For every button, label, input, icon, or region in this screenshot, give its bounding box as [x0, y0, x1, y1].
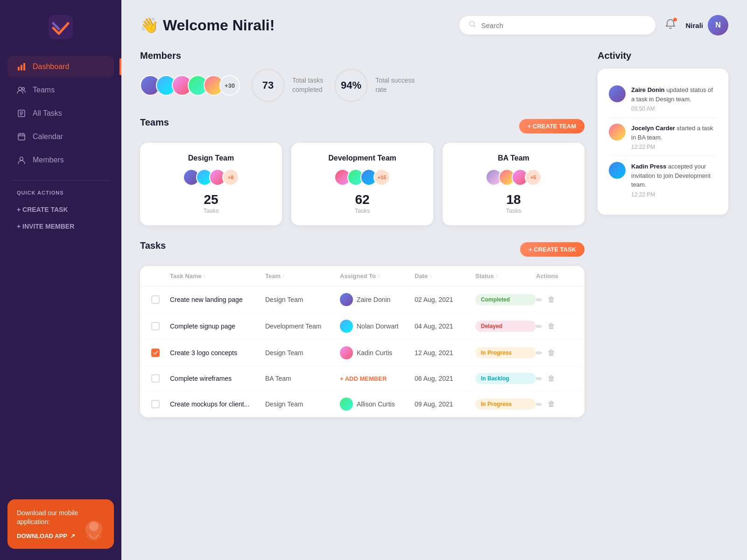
edit-icon[interactable]: ✏ — [536, 374, 542, 383]
table-row: Create mockups for client... Design Team… — [140, 391, 585, 417]
team-avatar-more: +8 — [222, 169, 239, 186]
edit-icon[interactable]: ✏ — [536, 400, 542, 409]
task-name-1: Create new landing page — [170, 296, 265, 303]
search-input[interactable] — [481, 21, 646, 29]
svg-rect-1 — [18, 67, 20, 70]
bar-chart-icon — [17, 62, 26, 71]
table-row: Complete signup page Development Team No… — [140, 313, 585, 340]
svg-point-10 — [89, 522, 99, 531]
delete-icon[interactable]: 🗑 — [548, 349, 555, 357]
task-team-5: Design Team — [265, 400, 340, 408]
create-task-button[interactable]: + CREATE TASK — [520, 242, 585, 257]
member-avatar-more: +30 — [219, 75, 240, 96]
delete-icon[interactable]: 🗑 — [548, 400, 555, 408]
sidebar-item-label: Calendar — [33, 133, 63, 141]
task-team-4: BA Team — [265, 375, 340, 382]
create-task-quick-action[interactable]: + CREATE TASK — [0, 201, 121, 218]
task-date-5: 09 Aug, 2021 — [415, 400, 475, 408]
status-badge-3: In Progress — [475, 347, 536, 358]
sidebar-item-label: Teams — [33, 86, 55, 94]
activity-text-3: Kadin Press accepted your invitation to … — [631, 162, 717, 189]
sort-icon: ↕ — [430, 273, 432, 279]
assignee-avatar-2 — [340, 320, 353, 333]
task-checkbox-5[interactable] — [151, 400, 160, 408]
edit-icon[interactable]: ✏ — [536, 349, 542, 357]
team-card-ba[interactable]: BA Team +5 18 Tasks — [443, 143, 585, 225]
user-info[interactable]: Nirali N — [685, 15, 728, 35]
column-assignee[interactable]: Assigned To ↕ — [340, 273, 415, 280]
search-icon — [469, 21, 476, 30]
task-team-1: Design Team — [265, 296, 340, 303]
member-avatars: +30 — [140, 75, 240, 96]
activity-item-1: Zaire Donin updated status of a task in … — [609, 80, 717, 118]
add-member-button[interactable]: + ADD MEMBER — [340, 375, 415, 382]
success-rate-stat: 94% Total successrate — [334, 69, 415, 102]
edit-icon[interactable]: ✏ — [536, 322, 542, 331]
success-rate-label: Total successrate — [375, 76, 415, 94]
delete-icon[interactable]: 🗑 — [548, 322, 555, 330]
sidebar-item-alltasks[interactable]: All Tasks — [7, 103, 114, 124]
user-avatar: N — [708, 15, 728, 35]
status-badge-5: In Progress — [475, 399, 536, 410]
svg-point-5 — [22, 88, 25, 90]
svg-point-8 — [20, 157, 23, 161]
team-card-development[interactable]: Development Team +15 62 Tasks — [291, 143, 433, 225]
activity-content-1: Zaire Donin updated status of a task in … — [631, 85, 717, 112]
task-checkbox-1[interactable] — [151, 295, 160, 304]
activity-content-3: Kadin Press accepted your invitation to … — [631, 162, 717, 198]
table-row: Create new landing page Design Team Zair… — [140, 287, 585, 313]
sidebar-item-label: All Tasks — [33, 109, 62, 118]
team-card-design[interactable]: Design Team +8 25 Tasks — [140, 143, 282, 225]
team-name: BA Team — [452, 154, 575, 162]
create-team-button[interactable]: + CREATE TEAM — [519, 119, 585, 133]
activity-section-title: Activity — [598, 50, 728, 61]
invite-member-quick-action[interactable]: + INVITE MEMBER — [0, 218, 121, 235]
delete-icon[interactable]: 🗑 — [548, 374, 555, 383]
table-row: Complete wireframes BA Team + ADD MEMBER… — [140, 366, 585, 391]
column-team[interactable]: Team ↕ — [265, 273, 340, 280]
notification-dot — [673, 18, 677, 21]
sidebar-item-dashboard[interactable]: Dashboard — [7, 56, 114, 77]
task-actions-2: ✏ 🗑 — [536, 322, 573, 331]
sidebar-item-label: Dashboard — [33, 63, 69, 71]
assignee-avatar-1 — [340, 293, 353, 306]
column-status[interactable]: Status ↕ — [475, 273, 536, 280]
activity-content-2: Jocelyn Carder started a task in BA team… — [631, 124, 717, 150]
teams-section-title: Teams — [140, 117, 169, 128]
task-assignee-1: Zaire Donin — [340, 293, 415, 306]
sidebar-item-teams[interactable]: Teams — [7, 79, 114, 101]
search-bar[interactable] — [459, 16, 655, 35]
members-icon — [17, 155, 26, 165]
svg-rect-7 — [18, 134, 25, 140]
tasks-section-title: Tasks — [140, 240, 166, 251]
table-header: Task Name ↕ Team ↕ Assigned To ↕ Date ↕ — [140, 266, 585, 287]
column-date[interactable]: Date ↕ — [415, 273, 475, 280]
task-date-4: 06 Aug, 2021 — [415, 375, 475, 382]
column-task-name[interactable]: Task Name ↕ — [170, 273, 265, 280]
activity-item-2: Jocelyn Carder started a task in BA team… — [609, 118, 717, 156]
svg-rect-3 — [23, 63, 25, 70]
sidebar-item-members[interactable]: Members — [7, 149, 114, 171]
sort-icon: ↕ — [282, 273, 285, 279]
content-right: Activity Zaire Donin updated status of a… — [598, 50, 728, 417]
task-checkbox-4[interactable] — [151, 374, 160, 383]
task-team-3: Design Team — [265, 349, 340, 357]
team-avatars: +5 — [452, 169, 575, 186]
notification-bell[interactable] — [665, 19, 676, 32]
delete-icon[interactable]: 🗑 — [548, 295, 555, 304]
team-avatars: +15 — [301, 169, 424, 186]
task-checkbox-3[interactable] — [151, 349, 160, 357]
main-content: 👋 Welcome Nirali! Nirali — [121, 0, 747, 560]
svg-point-4 — [19, 87, 22, 91]
assignee-name-2: Nolan Dorwart — [357, 322, 398, 330]
task-checkbox-2[interactable] — [151, 322, 160, 330]
task-actions-4: ✏ 🗑 — [536, 374, 573, 383]
sidebar-item-label: + INVITE MEMBER — [17, 223, 74, 230]
logo — [0, 15, 121, 39]
sidebar-item-calendar[interactable]: Calendar — [7, 126, 114, 147]
table-row: Create 3 logo concepts Design Team Kadin… — [140, 340, 585, 366]
sidebar-item-label: + CREATE TASK — [17, 206, 68, 213]
task-date-1: 02 Aug, 2021 — [415, 296, 475, 303]
edit-icon[interactable]: ✏ — [536, 295, 542, 304]
header: 👋 Welcome Nirali! Nirali — [140, 15, 728, 35]
